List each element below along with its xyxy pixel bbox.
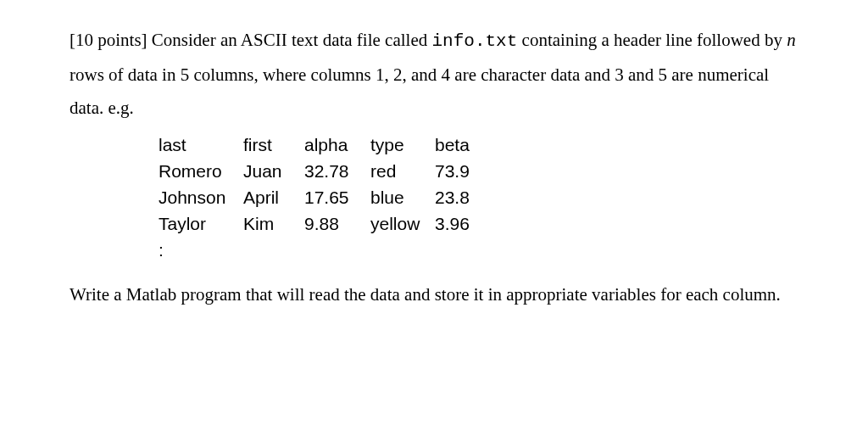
header-col-first: first	[243, 132, 304, 158]
cell-first: Kim	[243, 210, 304, 237]
intro-text-1: Consider an ASCII text data file called	[147, 30, 432, 50]
cell-last: Johnson	[159, 184, 243, 210]
cell-alpha: 32.78	[304, 158, 370, 184]
data-table: last first alpha type beta Romero Juan 3…	[159, 132, 798, 263]
header-col-beta: beta	[435, 132, 486, 158]
intro-text-3: rows of data in 5 columns, where columns…	[70, 64, 769, 118]
cell-type: blue	[370, 184, 435, 210]
cell-first: April	[243, 184, 304, 210]
problem-intro: [10 points] Consider an ASCII text data …	[70, 24, 798, 125]
n-variable: n	[787, 30, 796, 50]
table-row: Romero Juan 32.78 red 73.9	[159, 158, 798, 184]
cell-beta: 73.9	[435, 158, 486, 184]
cell-last: Romero	[159, 158, 243, 184]
cell-alpha: 9.88	[304, 210, 370, 237]
table-row: Taylor Kim 9.88 yellow 3.96	[159, 210, 798, 237]
cell-beta: 23.8	[435, 184, 486, 210]
task-paragraph: Write a Matlab program that will read th…	[70, 278, 798, 311]
header-col-last: last	[159, 132, 243, 158]
ellipsis-text: :	[159, 237, 243, 263]
cell-type: red	[370, 158, 435, 184]
problem-container: [10 points] Consider an ASCII text data …	[0, 0, 868, 311]
cell-beta: 3.96	[435, 210, 486, 237]
table-ellipsis: :	[159, 237, 798, 263]
cell-alpha: 17.65	[304, 184, 370, 210]
cell-last: Taylor	[159, 210, 243, 237]
header-col-alpha: alpha	[304, 132, 370, 158]
table-row: Johnson April 17.65 blue 23.8	[159, 184, 798, 210]
intro-text-2: containing a header line followed by	[517, 30, 787, 50]
cell-first: Juan	[243, 158, 304, 184]
table-header-row: last first alpha type beta	[159, 132, 798, 158]
filename: info.txt	[432, 31, 518, 51]
header-col-type: type	[370, 132, 435, 158]
points-label: [10 points]	[70, 30, 147, 50]
cell-type: yellow	[370, 210, 435, 237]
